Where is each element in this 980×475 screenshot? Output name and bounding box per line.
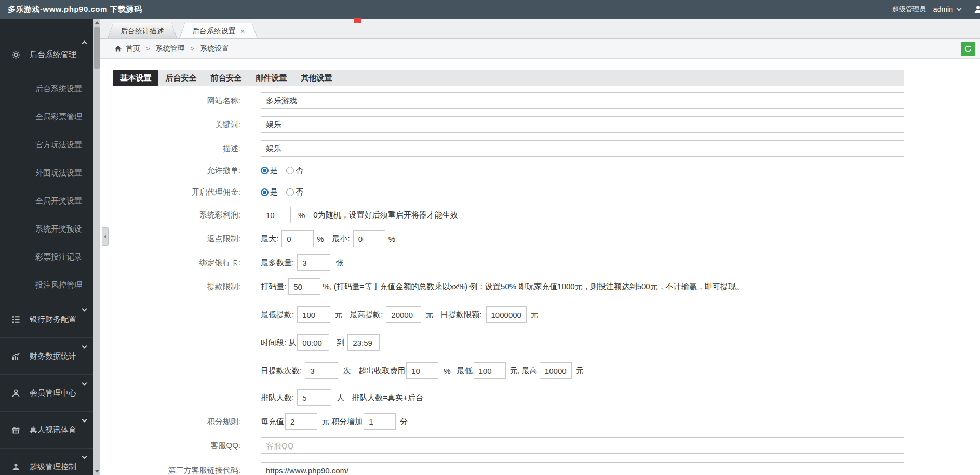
scroll-up-arrow-icon[interactable] xyxy=(93,19,100,26)
sidebar-scrollbar[interactable] xyxy=(93,19,100,475)
user-avatar-icon[interactable] xyxy=(973,5,980,15)
chart-icon xyxy=(11,351,21,361)
inline-text: 最低提款: xyxy=(261,310,294,320)
form-row: 提款限制:打码量:%, (打码量=等于充值金额的总数乘以xx%) 例：设置50%… xyxy=(113,278,980,295)
field-label: 绑定银行卡: xyxy=(113,258,240,268)
window-tab[interactable]: 后台统计描述 xyxy=(108,23,177,38)
agent-commission-yes-radio[interactable]: 是 xyxy=(261,187,278,197)
chevron-up-icon xyxy=(82,41,87,46)
inline-text: 次 xyxy=(343,366,351,376)
time-from-input[interactable] xyxy=(297,334,329,351)
scroll-down-arrow-icon[interactable] xyxy=(93,468,100,475)
settings-tab[interactable]: 后台安全 xyxy=(158,70,204,86)
sidebar-group-label: 会员管理中心 xyxy=(30,388,76,398)
breadcrumb: 首页>系统管理>系统设置 xyxy=(126,44,229,53)
radio-label: 否 xyxy=(296,187,303,197)
form-row: 关键词: xyxy=(113,116,980,133)
window-tabstrip: 后台统计描述后台系统设置× xyxy=(100,19,980,39)
settings-tab[interactable]: 基本设置 xyxy=(113,70,158,86)
inline-text: 到 xyxy=(337,338,344,348)
field-group: 每充值元 积分增加分 xyxy=(261,413,408,430)
inline-text: 元 积分增加 xyxy=(321,417,363,427)
sidebar-item[interactable]: 全局开奖设置 xyxy=(0,187,93,215)
inline-text: % xyxy=(298,211,305,220)
field-label: 提款限制: xyxy=(113,282,240,292)
time-to-input[interactable] xyxy=(347,334,380,351)
inline-text: 每充值 xyxy=(261,417,284,427)
username-dropdown[interactable]: admin xyxy=(933,5,953,13)
sidebar-item[interactable]: 官方玩法设置 xyxy=(0,131,93,159)
window-tab[interactable]: 后台系统设置× xyxy=(179,23,258,38)
field-group: 最低提款:元最高提款:元日提款限额:元 xyxy=(261,306,539,323)
rebate-min-input[interactable] xyxy=(353,230,385,247)
inline-text: 日提款限额: xyxy=(440,310,481,320)
sidebar-nav: 后台系统管理后台系统设置全局彩票管理官方玩法设置外围玩法设置全局开奖设置系统开奖… xyxy=(0,19,93,475)
min-withdraw-input[interactable] xyxy=(297,306,330,323)
sidebar-group-label: 真人视讯体育 xyxy=(30,425,76,435)
fee-max-input[interactable] xyxy=(540,362,572,379)
sidebar-group-header[interactable]: 后台系统管理 xyxy=(0,38,93,71)
excess-fee-input[interactable] xyxy=(406,362,438,379)
inline-text: %, (打码量=等于充值金额的总数乘以xx%) 例：设置50% 即玩家充值100… xyxy=(323,282,744,292)
field-group: 最大:%最小:% xyxy=(261,230,395,247)
chevron-down-icon[interactable] xyxy=(957,6,962,11)
sidebar-collapse-handle[interactable] xyxy=(102,227,109,246)
daily-withdraw-times-input[interactable] xyxy=(305,362,338,379)
sidebar-group-header[interactable]: 真人视讯体育 xyxy=(0,412,93,448)
queue-count-input[interactable] xyxy=(297,389,331,406)
field-group xyxy=(261,437,904,454)
allow-cancel-yes-radio[interactable]: 是 xyxy=(261,166,278,175)
field-group: 是否 xyxy=(261,166,303,175)
allow-cancel-no-radio[interactable]: 否 xyxy=(286,166,303,175)
refresh-button[interactable] xyxy=(961,42,975,56)
bankcard-max-input[interactable] xyxy=(297,254,330,271)
field-label: 描述: xyxy=(113,144,240,154)
form-row: 时间段: 从到 xyxy=(113,334,980,351)
sidebar-group-header[interactable]: 超级管理控制 xyxy=(0,449,93,475)
max-withdraw-input[interactable] xyxy=(386,306,421,323)
fee-min-input[interactable] xyxy=(474,362,506,379)
inline-text: 最多数量: xyxy=(261,258,294,268)
sidebar-item[interactable]: 外围玩法设置 xyxy=(0,159,93,187)
field-label: 第三方客服链接代码: xyxy=(113,466,240,475)
rebate-max-input[interactable] xyxy=(281,230,314,247)
inline-text: 元 xyxy=(531,310,539,320)
settings-tab[interactable]: 其他设置 xyxy=(294,70,339,86)
sidebar-item[interactable]: 系统开奖预设 xyxy=(0,215,93,243)
field-label: 开启代理佣金: xyxy=(113,187,240,197)
breadcrumb-item: 系统设置 xyxy=(200,44,229,52)
super-admin-icon xyxy=(11,462,21,471)
daily-withdraw-limit-input[interactable] xyxy=(486,306,527,323)
description-input[interactable] xyxy=(261,140,904,157)
sidebar-group-header[interactable]: 会员管理中心 xyxy=(0,375,93,411)
sidebar-item[interactable]: 彩票投注记录 xyxy=(0,243,93,271)
sidebar-group-header[interactable]: 财务数据统计 xyxy=(0,338,93,374)
form-row: 返点限制:最大:%最小:% xyxy=(113,230,980,247)
breadcrumb-item[interactable]: 系统管理 xyxy=(156,44,185,52)
site-name-input[interactable] xyxy=(261,92,904,109)
breadcrumb-item[interactable]: 首页 xyxy=(126,44,140,52)
sidebar-item[interactable]: 投注风控管理 xyxy=(0,271,93,299)
keywords-input[interactable] xyxy=(261,116,904,133)
sidebar-group-header[interactable]: 银行财务配置 xyxy=(0,301,93,337)
inline-text: 排队人数=真实+后台 xyxy=(352,393,423,403)
window-tab-label: 后台统计描述 xyxy=(120,26,164,36)
recharge-amount-input[interactable] xyxy=(285,413,317,430)
system-profit-input[interactable] xyxy=(261,207,291,223)
breadcrumb-separator: > xyxy=(146,45,150,52)
sidebar-item[interactable]: 后台系统设置 xyxy=(0,75,93,103)
scrollbar-thumb[interactable] xyxy=(94,27,100,69)
points-gain-input[interactable] xyxy=(364,413,396,430)
service-qq-input[interactable] xyxy=(261,437,904,454)
agent-commission-no-radio[interactable]: 否 xyxy=(286,187,303,197)
field-group: 时间段: 从到 xyxy=(261,334,380,351)
settings-tab[interactable]: 邮件设置 xyxy=(249,70,294,86)
inline-text: % xyxy=(444,367,450,375)
sidebar-group: 会员管理中心 xyxy=(0,374,93,411)
inline-text: 时间段: 从 xyxy=(261,338,296,348)
third-party-service-link-input[interactable] xyxy=(261,462,904,475)
close-tab-icon[interactable]: × xyxy=(240,28,245,35)
settings-tab[interactable]: 前台安全 xyxy=(204,70,249,86)
wager-percent-input[interactable] xyxy=(288,278,320,295)
sidebar-item[interactable]: 全局彩票管理 xyxy=(0,103,93,131)
